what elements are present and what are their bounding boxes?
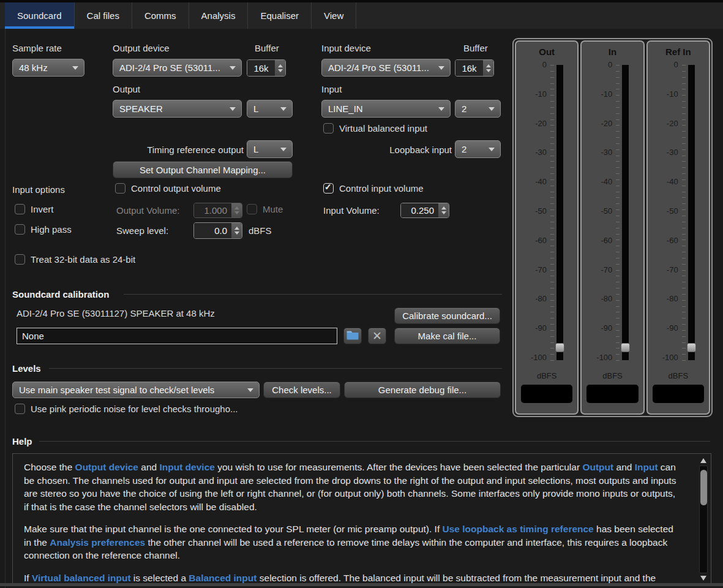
help-section-header: Help	[12, 436, 32, 447]
meter-title: In	[582, 47, 643, 57]
help-text: Choose the Output device and Input devic…	[24, 454, 680, 586]
meter-tick-label: -10	[517, 90, 547, 99]
meter-tick-label: -10	[583, 90, 612, 99]
sample-rate-select[interactable]: 48 kHz	[12, 59, 84, 77]
make-cal-file-button[interactable]: Make cal file...	[394, 328, 500, 344]
input-options-label: Input options	[12, 184, 65, 195]
meter-readout	[521, 385, 572, 403]
section-divider	[39, 441, 710, 442]
output-device-label: Output device	[113, 43, 170, 53]
input-device-select[interactable]: ADI-2/4 Pro SE (53011...	[321, 59, 451, 77]
invert-checkbox[interactable]: Invert	[15, 204, 54, 214]
meter-title: Out	[516, 47, 577, 57]
output-volume-spinner[interactable]: 1.000	[193, 203, 242, 218]
checkbox-label: Control input volume	[339, 183, 424, 194]
output-buffer-value: 16k	[247, 60, 275, 76]
spinner-arrows-icon[interactable]	[483, 60, 493, 76]
tab-view[interactable]: View	[312, 2, 356, 29]
meter-unit-label: dBFS	[648, 371, 709, 380]
check-levels-button[interactable]: Check levels...	[263, 382, 340, 398]
sweep-level-spinner[interactable]: 0.0	[193, 222, 242, 239]
meter-tick-label: -100	[649, 353, 678, 362]
help-text-segment: Make sure that the input channel is the …	[24, 524, 443, 534]
loopback-input-select[interactable]: 2	[455, 140, 501, 158]
chevron-down-icon	[72, 66, 78, 70]
meter-ref-in: Ref In 0-10-20-30-40-50-60-70-80-90-100 …	[646, 40, 710, 415]
meter-tick-label: -70	[517, 266, 547, 274]
output-channel-select[interactable]: L	[247, 100, 293, 118]
mute-checkbox[interactable]: Mute	[247, 204, 283, 214]
input-buffer-value: 16k	[455, 60, 483, 76]
window-bottom-edge	[0, 583, 723, 586]
levels-signal-select[interactable]: Use main speaker test signal to check/se…	[12, 382, 260, 398]
spinner-arrows-icon[interactable]	[275, 60, 285, 76]
meter-tick-label: -90	[649, 324, 678, 333]
input-volume-spinner[interactable]: 0.250	[400, 203, 449, 218]
cal-file-field[interactable]: None	[17, 328, 337, 344]
output-select[interactable]: SPEAKER	[113, 100, 242, 118]
help-link[interactable]: Input device	[159, 462, 214, 472]
generate-debug-file-button[interactable]: Generate debug file...	[344, 382, 501, 398]
help-link[interactable]: Output device	[75, 462, 138, 472]
soundcard-preferences-window: Soundcard Cal files Comms Analysis Equal…	[0, 0, 723, 588]
meter-in: In 0-10-20-30-40-50-60-70-80-90-100 dBFS	[580, 40, 644, 415]
section-divider	[124, 294, 502, 295]
folder-icon	[347, 331, 359, 342]
spinner-arrows-icon[interactable]	[438, 203, 449, 217]
scrollbar-thumb[interactable]	[700, 470, 707, 505]
help-text-segment: you wish to use for measurements. After …	[215, 462, 583, 472]
spinner-arrows-icon[interactable]	[231, 203, 242, 217]
tab-analysis[interactable]: Analysis	[189, 2, 249, 29]
tab-cal-files[interactable]: Cal files	[75, 2, 132, 29]
spinner-arrows-icon[interactable]	[231, 223, 242, 238]
meter-tick-label: -90	[517, 324, 547, 333]
help-text-segment: and	[613, 462, 634, 472]
output-buffer-spinner[interactable]: 16k	[247, 59, 286, 77]
help-link[interactable]: Balanced input	[189, 573, 257, 583]
help-scrollbar[interactable]	[699, 456, 708, 582]
control-output-volume-checkbox[interactable]: Control output volume	[115, 183, 221, 194]
timing-reference-select[interactable]: L	[247, 140, 293, 158]
help-link[interactable]: Output	[582, 462, 613, 472]
input-device-label: Input device	[321, 43, 371, 53]
help-link[interactable]: Analysis preferences	[50, 537, 145, 548]
control-input-volume-checkbox[interactable]: Control input volume	[323, 183, 424, 194]
levels-section-header: Levels	[12, 363, 41, 374]
checkbox-box	[15, 254, 25, 265]
browse-cal-file-button[interactable]	[343, 328, 362, 344]
set-output-channel-mapping-button[interactable]: Set Output Channel Mapping...	[113, 161, 293, 178]
treat-32bit-checkbox[interactable]: Treat 32-bit data as 24-bit	[15, 254, 135, 265]
help-link[interactable]: Use loopback as timing reference	[443, 524, 594, 534]
high-pass-checkbox[interactable]: High pass	[15, 224, 72, 235]
close-icon: ✕	[372, 330, 382, 342]
virtual-balanced-input-checkbox[interactable]: Virtual balanced input	[323, 123, 427, 134]
output-device-select[interactable]: ADI-2/4 Pro SE (53011...	[113, 59, 242, 77]
checkbox-box	[115, 183, 125, 194]
tab-comms[interactable]: Comms	[132, 2, 189, 29]
meter-tick-label: -20	[649, 119, 678, 128]
meter-tick-label: -40	[583, 178, 612, 186]
input-buffer-spinner[interactable]: 16k	[455, 59, 494, 77]
input-channel-select[interactable]: 2	[455, 100, 501, 118]
calibrate-soundcard-button[interactable]: Calibrate soundcard...	[394, 307, 500, 324]
help-text-segment: selection is offered. The balanced input…	[257, 573, 656, 583]
scroll-down-icon[interactable]	[700, 576, 706, 581]
help-link[interactable]: Input	[635, 462, 658, 472]
tab-soundcard[interactable]: Soundcard	[5, 2, 75, 29]
clear-cal-file-button[interactable]: ✕	[368, 328, 386, 344]
checkbox-label: Treat 32-bit data as 24-bit	[31, 254, 135, 265]
meter-minor-ticks	[616, 65, 620, 366]
chevron-down-icon	[230, 66, 236, 70]
help-text-segment: If	[24, 573, 32, 583]
checkbox-label: High pass	[31, 224, 72, 235]
meter-tick-label: 0	[583, 61, 612, 69]
meter-tick-label: -100	[517, 353, 547, 362]
meter-bar	[556, 65, 563, 360]
scroll-up-icon[interactable]	[700, 458, 706, 463]
tab-label: View	[324, 10, 343, 21]
input-select[interactable]: LINE_IN	[321, 100, 451, 118]
help-link[interactable]: Virtual balanced input	[32, 573, 131, 583]
pink-noise-checkbox[interactable]: Use pink periodic noise for level checks…	[15, 404, 238, 414]
tab-equaliser[interactable]: Equaliser	[248, 2, 312, 29]
meter-tick-label: -50	[583, 207, 612, 216]
